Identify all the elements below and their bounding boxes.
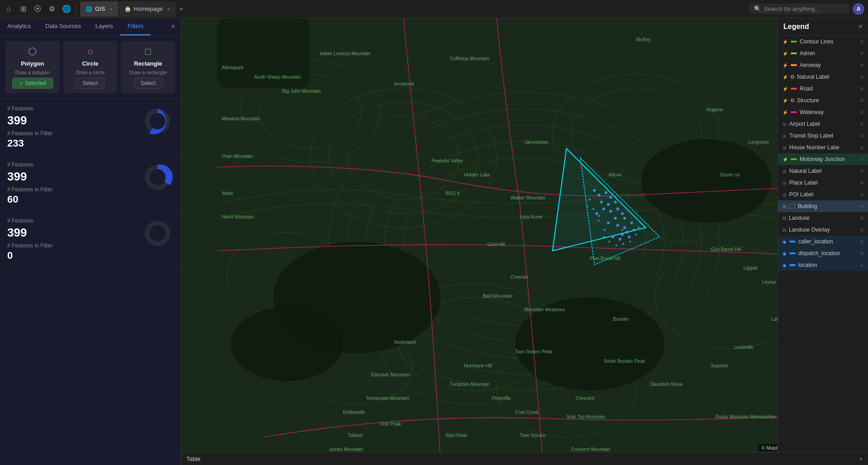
legend-airport-menu[interactable]: ≡	[860, 120, 863, 128]
rectangle-tool[interactable]: □ Rectangle Draw a rectangle Select	[121, 41, 175, 93]
legend-road-icon: ⚡	[782, 86, 788, 91]
legend-caller-icon: ◉	[782, 239, 787, 244]
filter-value-2: 60	[7, 194, 136, 205]
legend-landuse-menu[interactable]: ≡	[860, 214, 863, 222]
legend-item-natural-label2[interactable]: ◎ Natural Label ≡	[778, 165, 868, 177]
add-tab-button[interactable]: +	[176, 5, 186, 13]
legend-dispatch-color	[789, 252, 796, 254]
tab-filters[interactable]: Filters	[120, 18, 151, 35]
tab-gis-globe-icon: 🌐	[86, 6, 92, 12]
tab-layers[interactable]: Layers	[88, 18, 120, 35]
legend-item-dispatch[interactable]: ◉ dispatch_location ≡	[778, 247, 868, 259]
legend-road-menu[interactable]: ≡	[860, 85, 863, 92]
legend-aeroway-icon: ⚡	[782, 63, 788, 68]
filter-section-1-text: # Features 399 # Features in Filter 233	[7, 105, 136, 149]
map-area[interactable]: North Sheep Mountain Indian Lookout Moun…	[181, 18, 868, 465]
legend-transit-menu[interactable]: ≡	[860, 132, 863, 139]
legend-item-contour[interactable]: ⚡ Contour Lines ≡	[778, 36, 868, 47]
legend-item-housenumber[interactable]: ◎ House Number Labe ≡	[778, 142, 868, 153]
legend-item-waterway[interactable]: ⚡ Waterway ≡	[778, 106, 868, 118]
legend-natural-label-menu[interactable]: ≡	[860, 73, 863, 81]
legend-item-landuse-overlay[interactable]: ⊟ Landuse Overlay ≡	[778, 224, 868, 236]
sliders-icon[interactable]: ⚙	[47, 4, 57, 14]
tab-gis-close[interactable]: ×	[110, 6, 112, 12]
legend-item-natural-label[interactable]: ⚡ Natural Label ≡	[778, 71, 868, 83]
rectangle-label: Rectangle	[134, 60, 162, 67]
nodes-icon[interactable]: ⦿	[33, 4, 43, 14]
legend-aeroway-menu[interactable]: ≡	[860, 62, 863, 69]
tab-homepage[interactable]: 🏠 Homepage ×	[119, 1, 176, 17]
svg-text:Altona: Altona	[608, 172, 621, 177]
legend-item-poi[interactable]: ◎ POI Label ≡	[778, 189, 868, 200]
legend-item-building[interactable]: ⊞ Building ≡	[778, 200, 868, 212]
filter-section-1: # Features 399 # Features in Filter 233	[0, 99, 181, 155]
legend-location-menu[interactable]: ≡	[860, 261, 863, 269]
legend-item-aeroway[interactable]: ⚡ Aeroway ≡	[778, 59, 868, 71]
legend-contour-menu[interactable]: ≡	[860, 38, 863, 45]
legend-dispatch-icon: ◉	[782, 251, 787, 256]
legend-caller-menu[interactable]: ≡	[860, 238, 863, 245]
legend-item-admin[interactable]: ⚡ Admin ≡	[778, 47, 868, 59]
svg-text:Eldorado Mountain: Eldorado Mountain	[371, 372, 410, 377]
filter-label-1: # Features in Filter	[7, 130, 136, 137]
legend-item-motorway[interactable]: ⚡ Motorway Junction ≡	[778, 153, 868, 165]
legend-dispatch-menu[interactable]: ≡	[860, 250, 863, 257]
tab-homepage-close[interactable]: ×	[167, 6, 170, 12]
legend-natural-label2-menu[interactable]: ≡	[860, 167, 863, 175]
legend-dispatch-label: dispatch_location	[798, 250, 857, 256]
tab-analytics[interactable]: Analytics	[0, 18, 38, 35]
home-icon[interactable]: ⌂	[4, 4, 14, 14]
legend-item-transit[interactable]: ◎ Transit Stop Label ≡	[778, 130, 868, 142]
legend-poi-menu[interactable]: ≡	[860, 191, 863, 198]
svg-point-102	[614, 217, 617, 219]
legend-motorway-menu[interactable]: ≡	[860, 156, 863, 163]
circle-icon: ○	[87, 46, 93, 57]
circle-select-button[interactable]: Select	[76, 78, 105, 89]
legend-item-airport[interactable]: ◎ Airport Label ≡	[778, 118, 868, 130]
globe-icon[interactable]: 🌐	[62, 4, 72, 14]
legend-place-menu[interactable]: ≡	[860, 179, 863, 186]
user-avatar[interactable]: A	[853, 3, 864, 15]
legend-item-structure[interactable]: ⚡ Structure ≡	[778, 95, 868, 106]
rectangle-select-button[interactable]: Select	[134, 78, 162, 89]
legend-admin-menu[interactable]: ≡	[860, 50, 863, 57]
svg-text:Twin Spruce: Twin Spruce	[520, 433, 546, 438]
legend-item-road[interactable]: ⚡ Road ≡	[778, 83, 868, 95]
legend-landuse-overlay-menu[interactable]: ≡	[860, 226, 863, 233]
legend-structure-menu[interactable]: ≡	[860, 97, 863, 104]
filter-value-3: 0	[7, 250, 136, 261]
polygon-tool[interactable]: ⬡ Polygon Draw a polygon ✓ Selected	[5, 41, 60, 93]
legend-building-grid	[789, 204, 795, 209]
map-background: North Sheep Mountain Indian Lookout Moun…	[181, 18, 868, 465]
legend-building-menu[interactable]: ≡	[860, 203, 863, 210]
filter-section-3: # Features 399 # Features in Filter 0	[0, 211, 181, 267]
svg-point-92	[609, 196, 612, 199]
svg-point-89	[593, 189, 596, 192]
legend-waterway-icon: ⚡	[782, 110, 788, 115]
tab-data-sources[interactable]: Data Sources	[38, 18, 88, 35]
tab-gis[interactable]: 🌐 GIS ×	[80, 1, 118, 17]
legend-close-button[interactable]: ×	[858, 23, 863, 31]
legend-caller-label: caller_location	[798, 238, 857, 245]
legend-waterway-menu[interactable]: ≡	[860, 109, 863, 116]
features-label-2: # Features	[7, 161, 136, 168]
search-bar[interactable]: 🔍 Search for anything...	[749, 4, 849, 14]
svg-point-118	[604, 229, 606, 231]
legend-item-place[interactable]: ◎ Place Label ≡	[778, 177, 868, 189]
legend-item-landuse[interactable]: ⊟ Landuse ≡	[778, 212, 868, 224]
svg-text:McRey: McRey	[636, 37, 651, 42]
legend-item-location[interactable]: ◉ location ≡	[778, 259, 868, 271]
legend-structure-label: Structure	[797, 97, 857, 104]
panel-close-button[interactable]: ×	[166, 18, 181, 35]
legend-admin-color	[791, 52, 797, 54]
legend-housenumber-menu[interactable]: ≡	[860, 144, 863, 151]
polygon-select-button[interactable]: ✓ Selected	[12, 78, 53, 89]
svg-point-29	[231, 307, 343, 381]
legend-waterway-label: Waterway	[800, 109, 857, 115]
layers-icon[interactable]: ⊞	[18, 4, 28, 14]
table-close-button[interactable]: ×	[859, 456, 863, 462]
svg-point-113	[621, 229, 623, 231]
circle-tool[interactable]: ○ Circle Draw a circle Select	[63, 41, 118, 93]
legend-aeroway-label: Aeroway	[800, 62, 857, 68]
legend-item-caller[interactable]: ◉ caller_location ≡	[778, 236, 868, 247]
